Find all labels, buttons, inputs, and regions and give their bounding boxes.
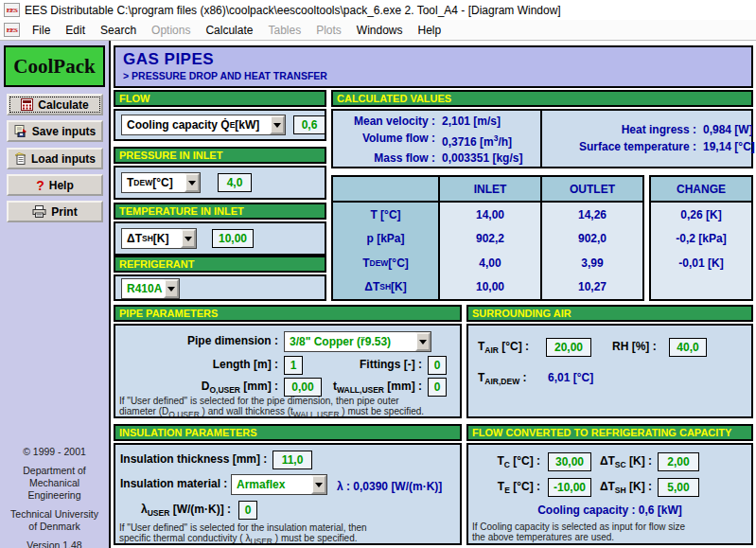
menu-edit[interactable]: Edit bbox=[58, 22, 93, 39]
chevron-down-icon[interactable] bbox=[185, 173, 200, 192]
row-label-dtsh: ΔTSH [K] bbox=[333, 275, 438, 300]
t-outlet-value: 14,26 bbox=[540, 203, 642, 227]
air-temperature-label: TAIR [°C] : bbox=[478, 340, 529, 355]
tdew-outlet-value: 3,99 bbox=[540, 251, 642, 275]
pipe-dimension-label: Pipe dimension : bbox=[115, 334, 278, 347]
pipe-parameters-section-header: PIPE PARAMETERS bbox=[114, 305, 462, 322]
flow-converted-note: If Cooling capacity is selected as input… bbox=[472, 521, 685, 542]
dtsh-change-value bbox=[651, 275, 751, 300]
chevron-down-icon[interactable] bbox=[181, 229, 196, 248]
table-corner-cell bbox=[333, 177, 438, 203]
outer-diameter-label: DO,USER [mm] : bbox=[115, 380, 278, 395]
flow-variable-select[interactable]: Cooling capacity Q̇E [kW] bbox=[121, 115, 286, 135]
insulation-parameters-panel: Insulation thickness [mm] : 11,0 Insulat… bbox=[114, 443, 462, 545]
calculated-values-section-header: CALCULATED VALUES bbox=[331, 90, 753, 107]
user-conductivity-label: λUSER [W/(m·K)] : bbox=[125, 503, 231, 518]
air-temperature-input[interactable]: 20,00 bbox=[546, 338, 591, 357]
insulation-material-label: Insulation material : bbox=[120, 477, 227, 490]
dtsh-outlet-value: 10,27 bbox=[540, 275, 642, 300]
refrigerant-section-header: REFRIGERANT bbox=[114, 256, 326, 273]
temperature-value-input[interactable]: 10,00 bbox=[212, 229, 254, 248]
volume-flow-label: Volume flow : bbox=[341, 131, 435, 151]
surrounding-air-panel: TAIR [°C] : 20,00 RH [%] : 40,0 TAIR,DEW… bbox=[466, 324, 753, 418]
superheat-input[interactable]: 5,00 bbox=[658, 478, 699, 497]
flow-section-header: FLOW bbox=[114, 90, 326, 107]
save-inputs-button[interactable]: Save inputs bbox=[7, 120, 103, 142]
insulation-thickness-label: Insulation thickness [mm] : bbox=[120, 452, 267, 466]
inlet-column-header: INLET bbox=[438, 177, 540, 203]
calculated-left-column: Mean velocity :2,101 [m/s] Volume flow :… bbox=[341, 114, 522, 168]
print-button[interactable]: Print bbox=[7, 201, 103, 222]
pressure-value-input[interactable]: 4,0 bbox=[218, 173, 252, 192]
fittings-label: Fittings [-] : bbox=[305, 358, 422, 371]
chevron-down-icon[interactable] bbox=[270, 115, 285, 134]
heat-ingress-label: Heat ingress : bbox=[553, 122, 696, 139]
title-bar: EES EES Distributable C:\program files (… bbox=[0, 0, 756, 20]
pressure-inlet-section-header: PRESSURE IN INLET bbox=[114, 147, 326, 164]
menu-search[interactable]: Search bbox=[93, 22, 144, 39]
refrigerant-select[interactable]: R410A bbox=[121, 278, 180, 299]
insulation-material-select[interactable]: Armaflex bbox=[231, 474, 327, 495]
wall-thickness-input[interactable]: 0 bbox=[428, 378, 447, 397]
dtsh-inlet-value: 10,00 bbox=[438, 275, 540, 300]
results-table: INLET OUTLET T [°C] 14,00 14,26 p [kPa] … bbox=[331, 175, 644, 301]
subcooling-input[interactable]: 2,00 bbox=[658, 452, 699, 471]
t-inlet-value: 14,00 bbox=[438, 203, 540, 227]
pressure-inlet-panel: TDEW [°C] 4,0 bbox=[114, 166, 326, 200]
evaporating-temperature-input[interactable]: -10,00 bbox=[548, 478, 591, 497]
calculate-button-label: Calculate bbox=[38, 98, 88, 112]
load-inputs-button[interactable]: Load inputs bbox=[7, 148, 103, 169]
user-conductivity-input[interactable]: 0 bbox=[238, 501, 257, 520]
load-icon bbox=[14, 152, 26, 165]
pipe-parameters-note: If "User defined" is selected for the pi… bbox=[119, 396, 424, 420]
menu-options: Options bbox=[144, 22, 198, 39]
pressure-variable-select-value: TDEW [°C] bbox=[122, 173, 185, 192]
flow-converted-section-header: FLOW CONVERTED TO REFRIGERATING CAPACITY bbox=[466, 424, 753, 441]
save-icon bbox=[14, 125, 27, 137]
menu-calculate[interactable]: Calculate bbox=[198, 22, 260, 39]
relative-humidity-input[interactable]: 40,0 bbox=[669, 338, 707, 357]
menu-help[interactable]: Help bbox=[411, 22, 449, 39]
length-input[interactable]: 1 bbox=[284, 356, 303, 375]
help-icon: ? bbox=[36, 178, 44, 193]
insulation-parameters-section-header: INSULATION PARAMETERS bbox=[114, 424, 462, 441]
help-button[interactable]: ? Help bbox=[7, 174, 103, 196]
temperature-variable-select[interactable]: ΔTSH [K] bbox=[121, 228, 197, 249]
save-inputs-button-label: Save inputs bbox=[32, 125, 96, 138]
divider bbox=[540, 111, 542, 167]
sidebar: CoolPack Calculate Save inputs Load inpu… bbox=[0, 41, 111, 548]
chevron-down-icon[interactable] bbox=[415, 332, 431, 351]
copyright-text: © 1999 - 2001 bbox=[0, 446, 109, 458]
mean-velocity-label: Mean velocity : bbox=[341, 114, 435, 131]
pressure-variable-select[interactable]: TDEW [°C] bbox=[121, 172, 201, 193]
superheat-label: ΔTSH [K] : bbox=[593, 480, 652, 495]
load-inputs-button-label: Load inputs bbox=[31, 152, 96, 166]
wall-thickness-label: tWALL,USER [mm] : bbox=[305, 380, 422, 395]
outlet-column-header: OUTLET bbox=[540, 177, 642, 203]
temperature-inlet-panel: ΔTSH [K] 10,00 bbox=[114, 221, 326, 256]
flow-value-input[interactable]: 0,6 bbox=[293, 115, 325, 134]
flow-panel: Cooling capacity Q̇E [kW] 0,6 bbox=[114, 109, 326, 141]
pipe-dimension-select-value: 3/8" Copper (ř9.53) bbox=[285, 332, 415, 351]
condensing-temperature-input[interactable]: 30,00 bbox=[548, 452, 591, 471]
pipe-dimension-select[interactable]: 3/8" Copper (ř9.53) bbox=[284, 331, 431, 352]
menu-windows[interactable]: Windows bbox=[349, 22, 411, 39]
refrigerant-select-value: R410A bbox=[122, 279, 164, 298]
surface-temperature-value: 19,14 [°C] bbox=[696, 139, 755, 156]
menu-file[interactable]: File bbox=[25, 22, 58, 39]
cooling-capacity-result: Cooling capacity : 0,6 [kW] bbox=[468, 504, 751, 517]
help-button-label: Help bbox=[49, 179, 74, 192]
print-button-label: Print bbox=[51, 205, 77, 219]
chevron-down-icon[interactable] bbox=[311, 475, 326, 494]
fittings-input[interactable]: 0 bbox=[428, 356, 447, 375]
calculate-button[interactable]: Calculate bbox=[7, 94, 103, 115]
subcooling-label: ΔTSC [K] : bbox=[593, 454, 652, 469]
p-inlet-value: 902,2 bbox=[438, 227, 540, 252]
tdew-change-value: -0,01 [K] bbox=[651, 251, 751, 275]
tdew-inlet-value: 4,00 bbox=[438, 251, 540, 275]
chevron-down-icon[interactable] bbox=[164, 279, 179, 298]
insulation-thickness-input[interactable]: 11,0 bbox=[273, 451, 312, 469]
condensing-temperature-label: TC [°C] : bbox=[468, 454, 540, 469]
menu-tables: Tables bbox=[260, 22, 308, 39]
thermal-conductivity-value: λ : 0,0390 [W/(m·K)] bbox=[337, 480, 442, 493]
